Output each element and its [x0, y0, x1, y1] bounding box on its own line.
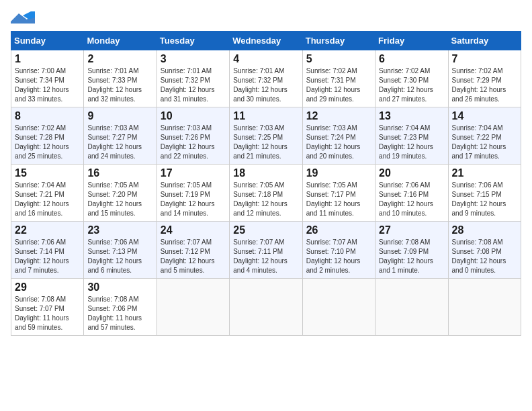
day-number: 10 [161, 110, 226, 122]
calendar-cell [302, 279, 375, 336]
day-number: 20 [379, 167, 444, 179]
calendar-cell: 1Sunrise: 7:00 AM Sunset: 7:34 PM Daylig… [11, 50, 84, 107]
calendar-cell: 23Sunrise: 7:06 AM Sunset: 7:13 PM Dayli… [84, 222, 157, 279]
calendar-week-row: 1Sunrise: 7:00 AM Sunset: 7:34 PM Daylig… [11, 50, 521, 107]
calendar-cell: 9Sunrise: 7:03 AM Sunset: 7:27 PM Daylig… [84, 107, 157, 165]
weekday-header-wednesday: Wednesday [230, 32, 302, 50]
day-info: Sunrise: 7:08 AM Sunset: 7:07 PM Dayligh… [15, 295, 80, 332]
day-info: Sunrise: 7:02 AM Sunset: 7:31 PM Dayligh… [306, 66, 371, 104]
day-info: Sunrise: 7:04 AM Sunset: 7:23 PM Dayligh… [379, 124, 444, 161]
day-number: 4 [233, 53, 298, 65]
header [11, 11, 521, 26]
calendar-cell [375, 279, 448, 336]
calendar-cell: 29Sunrise: 7:08 AM Sunset: 7:07 PM Dayli… [11, 279, 84, 336]
day-info: Sunrise: 7:03 AM Sunset: 7:25 PM Dayligh… [233, 124, 298, 161]
day-info: Sunrise: 7:06 AM Sunset: 7:14 PM Dayligh… [15, 238, 80, 275]
day-number: 14 [452, 110, 517, 122]
calendar-cell: 28Sunrise: 7:08 AM Sunset: 7:08 PM Dayli… [448, 222, 521, 279]
day-number: 23 [87, 224, 152, 236]
calendar-cell: 13Sunrise: 7:04 AM Sunset: 7:23 PM Dayli… [375, 107, 448, 165]
calendar-cell: 19Sunrise: 7:05 AM Sunset: 7:17 PM Dayli… [302, 165, 375, 222]
calendar-cell [448, 279, 521, 336]
day-info: Sunrise: 7:07 AM Sunset: 7:11 PM Dayligh… [233, 238, 298, 275]
day-info: Sunrise: 7:08 AM Sunset: 7:06 PM Dayligh… [87, 295, 152, 332]
day-number: 2 [87, 53, 152, 65]
day-number: 9 [87, 110, 152, 122]
weekday-header-row: SundayMondayTuesdayWednesdayThursdayFrid… [11, 32, 521, 50]
day-info: Sunrise: 7:06 AM Sunset: 7:13 PM Dayligh… [87, 238, 152, 275]
day-number: 22 [15, 224, 80, 236]
day-info: Sunrise: 7:02 AM Sunset: 7:28 PM Dayligh… [15, 124, 80, 161]
calendar-cell: 17Sunrise: 7:05 AM Sunset: 7:19 PM Dayli… [157, 165, 229, 222]
day-number: 13 [379, 110, 444, 122]
calendar-cell: 3Sunrise: 7:01 AM Sunset: 7:32 PM Daylig… [157, 50, 229, 107]
day-number: 21 [452, 167, 517, 179]
logo [11, 11, 35, 26]
calendar-cell: 30Sunrise: 7:08 AM Sunset: 7:06 PM Dayli… [84, 279, 157, 336]
day-number: 17 [161, 167, 226, 179]
day-info: Sunrise: 7:06 AM Sunset: 7:15 PM Dayligh… [452, 181, 517, 218]
calendar-cell: 26Sunrise: 7:07 AM Sunset: 7:10 PM Dayli… [302, 222, 375, 279]
calendar-cell [157, 279, 229, 336]
weekday-header-monday: Monday [84, 32, 157, 50]
calendar-cell: 16Sunrise: 7:05 AM Sunset: 7:20 PM Dayli… [84, 165, 157, 222]
day-info: Sunrise: 7:02 AM Sunset: 7:29 PM Dayligh… [452, 66, 517, 104]
day-info: Sunrise: 7:08 AM Sunset: 7:08 PM Dayligh… [452, 238, 517, 275]
day-number: 26 [306, 224, 371, 236]
calendar-cell: 8Sunrise: 7:02 AM Sunset: 7:28 PM Daylig… [11, 107, 84, 165]
day-info: Sunrise: 7:03 AM Sunset: 7:24 PM Dayligh… [306, 124, 371, 161]
day-number: 16 [87, 167, 152, 179]
day-number: 28 [452, 224, 517, 236]
day-info: Sunrise: 7:00 AM Sunset: 7:34 PM Dayligh… [15, 66, 80, 104]
day-number: 5 [306, 53, 371, 65]
calendar-week-row: 29Sunrise: 7:08 AM Sunset: 7:07 PM Dayli… [11, 279, 521, 336]
calendar-cell: 20Sunrise: 7:06 AM Sunset: 7:16 PM Dayli… [375, 165, 448, 222]
day-number: 1 [15, 53, 80, 65]
calendar-cell: 25Sunrise: 7:07 AM Sunset: 7:11 PM Dayli… [230, 222, 302, 279]
day-number: 15 [15, 167, 80, 179]
day-info: Sunrise: 7:01 AM Sunset: 7:32 PM Dayligh… [233, 66, 298, 104]
calendar-cell: 15Sunrise: 7:04 AM Sunset: 7:21 PM Dayli… [11, 165, 84, 222]
calendar-cell [230, 279, 302, 336]
calendar-cell: 4Sunrise: 7:01 AM Sunset: 7:32 PM Daylig… [230, 50, 302, 107]
logo-icon [11, 11, 35, 24]
day-number: 12 [306, 110, 371, 122]
calendar-cell: 12Sunrise: 7:03 AM Sunset: 7:24 PM Dayli… [302, 107, 375, 165]
day-number: 3 [161, 53, 226, 65]
calendar-cell: 22Sunrise: 7:06 AM Sunset: 7:14 PM Dayli… [11, 222, 84, 279]
calendar-week-row: 22Sunrise: 7:06 AM Sunset: 7:14 PM Dayli… [11, 222, 521, 279]
day-number: 25 [233, 224, 298, 236]
weekday-header-sunday: Sunday [11, 32, 84, 50]
weekday-header-saturday: Saturday [448, 32, 521, 50]
day-number: 29 [15, 281, 80, 293]
calendar-cell: 10Sunrise: 7:03 AM Sunset: 7:26 PM Dayli… [157, 107, 229, 165]
calendar-cell: 14Sunrise: 7:04 AM Sunset: 7:22 PM Dayli… [448, 107, 521, 165]
day-info: Sunrise: 7:07 AM Sunset: 7:10 PM Dayligh… [306, 238, 371, 275]
day-info: Sunrise: 7:02 AM Sunset: 7:30 PM Dayligh… [379, 66, 444, 104]
day-info: Sunrise: 7:06 AM Sunset: 7:16 PM Dayligh… [379, 181, 444, 218]
calendar-table: SundayMondayTuesdayWednesdayThursdayFrid… [11, 31, 521, 336]
day-info: Sunrise: 7:03 AM Sunset: 7:26 PM Dayligh… [161, 124, 226, 161]
day-number: 19 [306, 167, 371, 179]
calendar-cell: 2Sunrise: 7:01 AM Sunset: 7:33 PM Daylig… [84, 50, 157, 107]
calendar-body: 1Sunrise: 7:00 AM Sunset: 7:34 PM Daylig… [11, 50, 521, 336]
day-info: Sunrise: 7:07 AM Sunset: 7:12 PM Dayligh… [161, 238, 226, 275]
day-info: Sunrise: 7:05 AM Sunset: 7:18 PM Dayligh… [233, 181, 298, 218]
day-info: Sunrise: 7:01 AM Sunset: 7:32 PM Dayligh… [161, 66, 226, 104]
calendar-cell: 18Sunrise: 7:05 AM Sunset: 7:18 PM Dayli… [230, 165, 302, 222]
day-info: Sunrise: 7:05 AM Sunset: 7:20 PM Dayligh… [87, 181, 152, 218]
weekday-header-tuesday: Tuesday [157, 32, 229, 50]
day-info: Sunrise: 7:03 AM Sunset: 7:27 PM Dayligh… [87, 124, 152, 161]
calendar-cell: 11Sunrise: 7:03 AM Sunset: 7:25 PM Dayli… [230, 107, 302, 165]
day-number: 30 [87, 281, 152, 293]
day-number: 6 [379, 53, 444, 65]
day-info: Sunrise: 7:08 AM Sunset: 7:09 PM Dayligh… [379, 238, 444, 275]
calendar-cell: 7Sunrise: 7:02 AM Sunset: 7:29 PM Daylig… [448, 50, 521, 107]
calendar-week-row: 8Sunrise: 7:02 AM Sunset: 7:28 PM Daylig… [11, 107, 521, 165]
calendar-cell: 6Sunrise: 7:02 AM Sunset: 7:30 PM Daylig… [375, 50, 448, 107]
calendar-week-row: 15Sunrise: 7:04 AM Sunset: 7:21 PM Dayli… [11, 165, 521, 222]
day-number: 18 [233, 167, 298, 179]
day-number: 27 [379, 224, 444, 236]
day-number: 7 [452, 53, 517, 65]
weekday-header-friday: Friday [375, 32, 448, 50]
